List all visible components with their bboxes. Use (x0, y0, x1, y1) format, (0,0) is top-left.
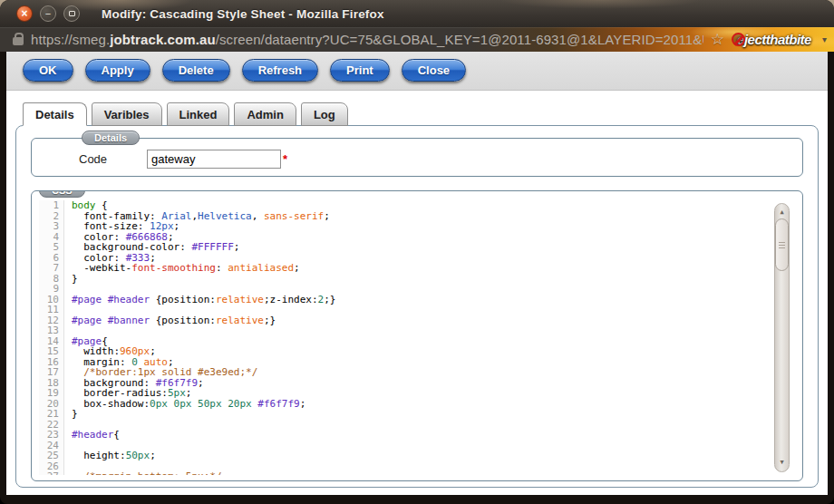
line-number: 27 (39, 471, 59, 475)
code-line: font-family: Arial,Helvetica, sans-serif… (72, 211, 795, 222)
theme-logo: ejectthatbite (732, 32, 811, 47)
scrollbar-grip-icon (779, 242, 785, 248)
line-number: 7 (39, 263, 59, 274)
tab-details[interactable]: Details (23, 102, 87, 126)
code-line: } (72, 409, 795, 420)
line-number: 15 (39, 346, 59, 357)
url-bar[interactable]: https://smeg.jobtrack.com.au/screen/data… (0, 27, 834, 52)
code-field-row: Code * (79, 150, 791, 169)
page-content: OK Apply Delete Refresh Print Close Deta… (6, 52, 828, 495)
line-number: 3 (39, 221, 59, 232)
tab-varibles[interactable]: Varibles (92, 102, 162, 126)
line-number: 5 (39, 242, 59, 253)
required-asterisk: * (283, 152, 287, 166)
ok-button[interactable]: OK (23, 59, 73, 82)
line-number: 23 (39, 430, 59, 441)
scroll-up-icon[interactable]: ▲ (775, 208, 789, 218)
css-fieldset: CSS 123456789101112131415161718192021222… (31, 190, 803, 481)
scrollbar-thumb[interactable] (775, 218, 789, 271)
window-minimize-icon[interactable]: − (40, 5, 56, 22)
url-path: /screen/dataentry?UC=75&GLOBAL_KEY=1@201… (216, 32, 703, 47)
code-line: box-shadow:0px 0px 50px 20px #f6f7f9; (72, 399, 795, 410)
code-line: font-size: 12px; (72, 221, 795, 232)
window-close-icon[interactable]: × (16, 5, 33, 22)
code-line (72, 441, 795, 451)
line-number-gutter: 1234567891011121314151617181920212223242… (39, 200, 64, 475)
line-number: 17 (39, 367, 59, 378)
details-fieldset: Details Code * (31, 138, 803, 177)
apply-button[interactable]: Apply (85, 59, 150, 82)
details-legend: Details (82, 131, 140, 145)
code-line: #header{ (72, 430, 795, 441)
delete-button[interactable]: Delete (162, 59, 230, 82)
url-dropdown-icon[interactable]: ▾ (820, 34, 829, 44)
action-toolbar: OK Apply Delete Refresh Print Close (6, 52, 828, 91)
line-number: 19 (39, 388, 59, 399)
code-line: #page{ (72, 336, 795, 347)
code-line: height:50px; (72, 451, 795, 461)
window-title: Modify: Cascading Style Sheet - Mozilla … (102, 7, 384, 21)
url-text[interactable]: https://smeg.jobtrack.com.au/screen/data… (31, 32, 703, 47)
code-line: background-color: #FFFFFF; (72, 242, 795, 253)
firefox-window: × − Modify: Cascading Style Sheet - Mozi… (0, 0, 834, 504)
code-content[interactable]: body { font-family: Arial,Helvetica, san… (64, 200, 795, 475)
line-number: 21 (39, 409, 59, 420)
tab-panel: Details Code * CSS 123456789101112131415… (15, 125, 819, 488)
code-line: /*margin-bottom: 5px;*/ (72, 471, 795, 475)
tab-linked[interactable]: Linked (167, 102, 230, 126)
line-number: 13 (39, 325, 59, 336)
tab-log[interactable]: Log (301, 102, 348, 126)
line-number: 25 (39, 451, 59, 461)
css-code-editor[interactable]: 1234567891011121314151617181920212223242… (39, 200, 795, 475)
refresh-button[interactable]: Refresh (242, 59, 318, 82)
window-maximize-icon[interactable] (63, 5, 80, 22)
print-button[interactable]: Print (330, 59, 390, 82)
line-number: 11 (39, 305, 59, 315)
editor-scrollbar[interactable]: ▲ ▼ (774, 203, 790, 472)
url-scheme: https://smeg. (31, 32, 110, 47)
bookmark-star-icon[interactable]: ☆ (711, 32, 724, 47)
tab-strip: Details Varibles Linked Admin Log (15, 102, 819, 126)
window-controls: × − (16, 5, 80, 22)
css-legend: CSS (39, 190, 85, 198)
code-line: #page #header {position:relative;z-index… (72, 295, 795, 305)
code-line: -webkit-font-smoothing: antialiased; (72, 263, 795, 274)
scroll-down-icon[interactable]: ▼ (775, 458, 789, 469)
lock-icon (13, 37, 24, 45)
code-input[interactable] (147, 150, 281, 169)
code-line: width:960px; (72, 346, 795, 357)
code-line: } (72, 274, 795, 285)
theme-logo-text: ejectthatbite (737, 32, 811, 47)
tab-admin[interactable]: Admin (234, 102, 296, 126)
line-number: 9 (39, 284, 59, 295)
close-button[interactable]: Close (402, 59, 466, 82)
code-line: #page #banner {position:relative;} (72, 315, 795, 326)
line-number: 1 (39, 200, 59, 211)
code-line (72, 325, 795, 336)
form-page: Details Varibles Linked Admin Log Detail… (6, 91, 828, 495)
code-label: Code (79, 152, 147, 166)
code-line (72, 420, 795, 431)
window-titlebar[interactable]: × − Modify: Cascading Style Sheet - Mozi… (0, 0, 834, 27)
url-domain: jobtrack.com.au (110, 32, 216, 47)
